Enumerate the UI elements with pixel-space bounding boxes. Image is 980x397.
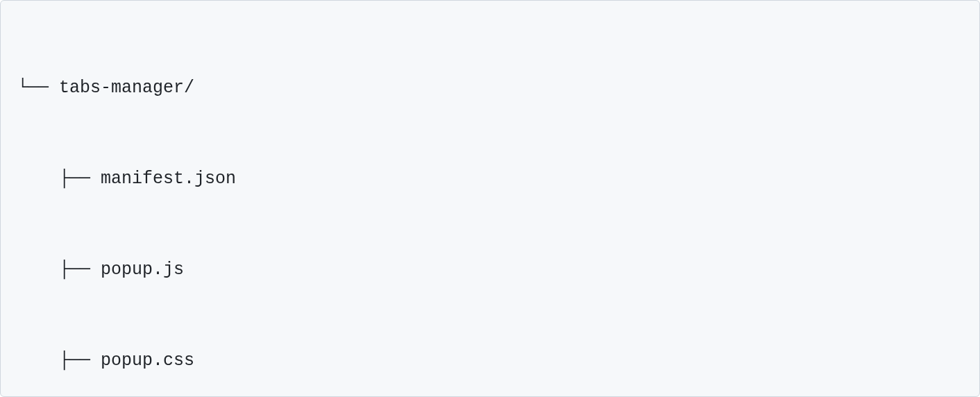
code-block: └── tabs-manager/ ├── manifest.json ├── … <box>0 0 980 397</box>
tree-line: └── tabs-manager/ <box>17 73 963 103</box>
directory-tree: └── tabs-manager/ ├── manifest.json ├── … <box>17 12 963 397</box>
tree-line: ├── popup.js <box>17 255 963 285</box>
tree-line: ├── manifest.json <box>17 164 963 194</box>
tree-line: ├── popup.css <box>17 346 963 376</box>
